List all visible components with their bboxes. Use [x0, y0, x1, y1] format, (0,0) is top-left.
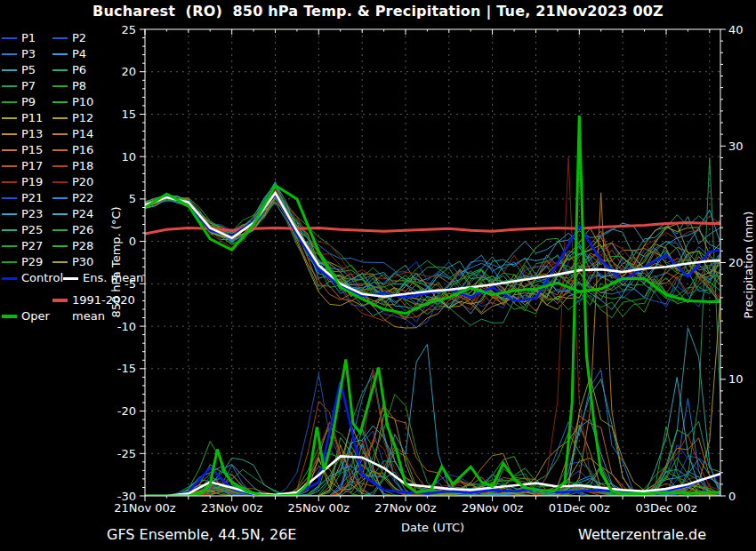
legend-label: P23	[21, 206, 43, 222]
legend-entry: P9	[2, 94, 52, 110]
legend-entry: P1	[2, 30, 52, 46]
legend-entry: P4	[52, 46, 103, 62]
legend-entry: P18	[52, 158, 103, 174]
chart-title: Bucharest (RO) 850 hPa Temp. & Precipita…	[0, 3, 756, 20]
legend-label: P19	[21, 174, 43, 190]
svg-text:29Nov 00z: 29Nov 00z	[462, 501, 524, 515]
legend-entry: P27	[2, 238, 52, 254]
member-swatch	[52, 181, 68, 183]
legend-label: P27	[21, 238, 43, 254]
legend-entry: P22	[52, 190, 103, 206]
member-swatch	[2, 261, 17, 263]
member-swatch	[52, 213, 68, 215]
member-swatch	[2, 149, 17, 151]
ens-mean-swatch	[63, 277, 78, 280]
legend-entry: Oper	[2, 308, 52, 324]
legend-label: P17	[21, 158, 43, 174]
legend-entry: Control	[2, 270, 63, 286]
legend-label: P2	[72, 30, 86, 46]
legend-label: P28	[72, 238, 93, 254]
meteogram-page: -30-25-20-15-10-5051015202501020304021No…	[0, 0, 756, 551]
svg-text:27Nov 00z: 27Nov 00z	[374, 501, 437, 515]
legend-entry: P7	[2, 78, 52, 94]
member-swatch	[2, 197, 17, 199]
legend-entry: 1991-2020	[52, 292, 135, 308]
member-swatch	[2, 245, 17, 247]
legend-entry: P11	[2, 110, 52, 126]
legend-row: P17P18	[2, 158, 135, 174]
member-swatch	[52, 149, 68, 151]
legend-label: P30	[72, 254, 93, 270]
member-swatch	[52, 261, 68, 263]
legend-label: P18	[72, 158, 93, 174]
svg-text:-20: -20	[117, 404, 136, 418]
member-swatch	[2, 133, 17, 135]
legend-entry: mean	[52, 308, 105, 324]
legend-entry: P2	[52, 30, 103, 46]
member-swatch	[2, 85, 17, 87]
legend-entry: P26	[52, 222, 103, 238]
legend-label: P24	[72, 206, 93, 222]
legend-entry: Ens. mean	[63, 270, 143, 286]
svg-text:03Dec 00z: 03Dec 00z	[635, 501, 696, 515]
legend-label: P1	[21, 30, 36, 46]
member-swatch	[52, 37, 68, 39]
clim-mean-swatch	[52, 299, 68, 302]
legend-label: 1991-2020	[72, 292, 135, 308]
svg-text:0: 0	[728, 490, 736, 503]
legend-label: Oper	[21, 308, 50, 324]
legend-label: P26	[72, 222, 93, 238]
legend-label: P7	[21, 78, 36, 94]
legend-entry: P17	[2, 158, 52, 174]
ensemble-member-lines	[145, 157, 731, 496]
legend-label: P8	[72, 78, 86, 94]
legend-label: P5	[21, 62, 36, 78]
member-swatch	[2, 229, 17, 231]
legend-entry: P15	[2, 142, 52, 158]
svg-text:10: 10	[728, 372, 744, 386]
legend-entry: P16	[52, 142, 103, 158]
oper-swatch	[2, 315, 17, 318]
legend-entry: P28	[52, 238, 103, 254]
member-swatch	[52, 117, 68, 119]
legend-entry: P10	[52, 94, 103, 110]
svg-text:21Nov 00z: 21Nov 00z	[114, 501, 176, 515]
legend-label: P20	[72, 174, 93, 190]
legend-label: P10	[72, 94, 93, 110]
member-swatch	[2, 69, 17, 71]
legend-entry: P6	[52, 62, 103, 78]
legend-label: P25	[21, 222, 43, 238]
member-swatch	[52, 101, 68, 103]
legend-label: P29	[21, 254, 43, 270]
member-swatch	[2, 213, 17, 215]
member-swatch	[52, 53, 68, 55]
legend-entry: P25	[2, 222, 52, 238]
footer-site-name: Wetterzentrale.de	[578, 526, 706, 543]
legend-row: P21P22	[2, 190, 135, 206]
svg-text:30: 30	[728, 140, 744, 153]
legend-row: P3P4	[2, 46, 135, 62]
member-swatch	[2, 181, 17, 183]
legend-label: P15	[21, 142, 43, 158]
legend-row: P15P16	[2, 142, 135, 158]
member-swatch	[2, 165, 17, 167]
svg-text:23Nov 00z: 23Nov 00z	[201, 501, 263, 515]
legend-label: Control	[21, 270, 63, 286]
legend-row: P11P12	[2, 110, 135, 126]
legend-entry: P21	[2, 190, 52, 206]
legend-entry: P20	[52, 174, 103, 190]
legend-entry: P3	[2, 46, 52, 62]
legend-label: P16	[72, 142, 93, 158]
legend-label: P9	[21, 94, 36, 110]
svg-text:40: 40	[728, 23, 744, 36]
member-swatch	[52, 197, 68, 199]
right-axis-label: Precipitation (mm)	[742, 212, 755, 319]
member-swatch	[2, 101, 17, 103]
footer-model-info: GFS Ensemble, 44.5N, 26E	[107, 526, 296, 543]
legend-label: P22	[72, 190, 93, 206]
member-swatch	[52, 245, 68, 247]
member-swatch	[2, 117, 17, 119]
legend-entry: P14	[52, 126, 103, 142]
legend-label: P14	[72, 126, 93, 142]
svg-text:01Dec 00z: 01Dec 00z	[549, 501, 610, 515]
